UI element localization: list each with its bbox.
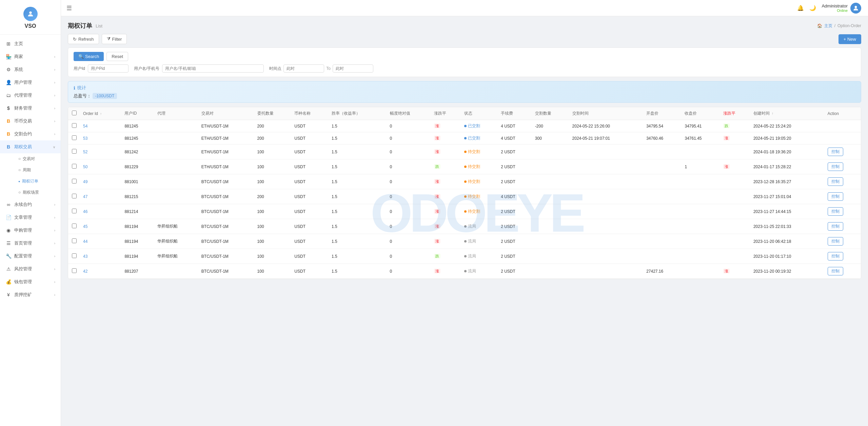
row-checkbox[interactable] [72, 238, 77, 243]
order-id-link[interactable]: 49 [83, 179, 87, 184]
ctrl-button[interactable]: 控制 [828, 222, 843, 231]
sidebar-item-options[interactable]: B 期权交易 ∨ [0, 140, 61, 153]
page-title-area: 期权订单 List [68, 22, 102, 30]
sidebar-item-agent-mgmt[interactable]: 🗂 代理管理 › [0, 89, 61, 102]
sidebar-item-coin-trade[interactable]: B 币币交易 › [0, 115, 61, 128]
direction-cell: 涨 [431, 264, 461, 279]
ctrl-button[interactable]: 控制 [828, 252, 843, 260]
status-dot [464, 270, 467, 272]
settle-time-cell [570, 219, 644, 234]
chevron-right-icon: › [54, 68, 55, 72]
sidebar-item-risk[interactable]: ⚠ 风控管理 › [0, 263, 61, 275]
breadcrumb-home-link[interactable]: 主页 [824, 23, 832, 29]
row-checkbox[interactable] [72, 135, 77, 140]
create-time-cell: 2023-11-27 14:44:15 [751, 204, 825, 219]
winrate-cell: 1.5 [329, 189, 387, 204]
order-id-link[interactable]: 44 [83, 239, 87, 244]
sidebar-item-homepage[interactable]: ☰ 首页管理 › [0, 237, 61, 250]
filter-button[interactable]: ⧩ Filter [102, 34, 127, 44]
fee-cell: 2 USDT [498, 144, 532, 159]
refresh-button[interactable]: ↻ Refresh [68, 34, 99, 44]
avatar[interactable] [850, 3, 861, 14]
status-badge: 待交割 [464, 179, 480, 184]
time-from-input[interactable] [283, 64, 324, 73]
sidebar-item-periods[interactable]: ○周期 [14, 164, 61, 176]
row-checkbox[interactable] [72, 268, 77, 273]
fee-cell: 2 USDT [498, 264, 532, 279]
row-checkbox[interactable] [72, 164, 77, 169]
new-button[interactable]: + New [839, 34, 861, 44]
row-checkbox[interactable] [72, 209, 77, 213]
sidebar-item-mining[interactable]: ¥ 质押挖矿 › [0, 288, 61, 301]
ctrl-button[interactable]: 控制 [828, 237, 843, 246]
ctrl-button[interactable]: 控制 [828, 192, 843, 201]
amount-cell: 200 [255, 189, 292, 204]
amount-cell: 100 [255, 174, 292, 189]
open-price-cell [644, 189, 682, 204]
result-cell [721, 249, 751, 264]
user-id-cell: 881245 [122, 120, 154, 132]
sidebar-item-finance[interactable]: $ 财务管理 › [0, 102, 61, 115]
result-cell: 涨 [721, 264, 751, 279]
sidebar-item-contract[interactable]: B 交割合约 › [0, 128, 61, 140]
col-user-id: 用户ID [122, 107, 154, 120]
row-checkbox[interactable] [72, 224, 77, 228]
sidebar-item-perpetual[interactable]: ∞ 永续合约 › [0, 198, 61, 211]
order-id-link[interactable]: 45 [83, 224, 87, 229]
ctrl-button[interactable]: 控制 [828, 162, 843, 171]
reset-button[interactable]: Reset [106, 52, 128, 61]
order-id-link[interactable]: 47 [83, 194, 87, 199]
order-id-link[interactable]: 50 [83, 164, 87, 169]
status-cell: 待交割 [461, 174, 498, 189]
ctrl-button[interactable]: 控制 [828, 207, 843, 216]
row-checkbox[interactable] [72, 194, 77, 198]
row-checkbox[interactable] [72, 123, 77, 128]
ctrl-button[interactable]: 控制 [828, 177, 843, 186]
result-cell [721, 219, 751, 234]
ctrl-button[interactable]: 控制 [828, 267, 843, 275]
create-time-cell: 2023-11-20 00:19:32 [751, 264, 825, 279]
action-cell: 控制 [825, 144, 861, 159]
sidebar-item-system[interactable]: ⚙ 系统 › [0, 63, 61, 76]
sidebar-item-trade-pairs[interactable]: ○交易对 [14, 153, 61, 164]
notification-icon[interactable]: 🔔 [797, 5, 804, 11]
sidebar-item-home[interactable]: ⊞ 主页 [0, 37, 61, 50]
search-button[interactable]: 🔍 Search [74, 52, 104, 61]
direction-cell: 涨 [431, 204, 461, 219]
pair-cell: ETH/USDT-1M [199, 159, 255, 174]
order-id-link[interactable]: 46 [83, 209, 87, 214]
theme-icon[interactable]: 🌙 [809, 5, 816, 11]
sidebar-item-user-mgmt[interactable]: 👤 用户管理 › [0, 76, 61, 89]
sidebar-item-options-orders[interactable]: ●期权订单 [14, 176, 61, 187]
username-input[interactable] [162, 64, 264, 73]
row-checkbox[interactable] [72, 253, 77, 258]
table-row: 44 881194 华昇组织船 BTC/USDT-1M 100 USDT 1.5… [68, 234, 861, 249]
ctrl-button[interactable]: 控制 [828, 148, 843, 156]
time-to-input[interactable] [333, 64, 373, 73]
pair-cell: ETH/USDT-1M [199, 120, 255, 132]
userid-input[interactable] [88, 64, 129, 73]
table-row: 43 881194 华昇组织船 BTC/USDT-1M 100 USDT 1.5… [68, 249, 861, 264]
select-all-checkbox[interactable] [72, 111, 77, 115]
row-checkbox-cell [68, 159, 80, 174]
coin-cell: USDT [292, 234, 329, 249]
order-id-link[interactable]: 53 [83, 136, 87, 141]
sidebar-item-subscribe[interactable]: ◉ 申购管理 › [0, 224, 61, 237]
sidebar-item-options-market[interactable]: ○期权场景 [14, 187, 61, 198]
row-checkbox[interactable] [72, 179, 77, 183]
order-id-link[interactable]: 54 [83, 124, 87, 129]
hamburger-menu[interactable]: ☰ [61, 4, 77, 12]
options-icon: B [5, 144, 12, 150]
sidebar-item-article[interactable]: 📄 文章管理 › [0, 211, 61, 224]
order-id-link[interactable]: 43 [83, 254, 87, 259]
open-price-cell: 34760.46 [644, 132, 682, 144]
order-id-link[interactable]: 52 [83, 150, 87, 154]
row-checkbox[interactable] [72, 149, 77, 154]
sidebar-item-merchant[interactable]: 🏪 商家 › [0, 50, 61, 63]
close-price-cell [682, 219, 720, 234]
order-id-link[interactable]: 42 [83, 269, 87, 274]
order-id-cell: 45 [80, 219, 122, 234]
sidebar-item-config[interactable]: 🔧 配置管理 › [0, 250, 61, 263]
settle-time-cell [570, 204, 644, 219]
sidebar-item-wallet[interactable]: 💰 钱包管理 › [0, 275, 61, 288]
